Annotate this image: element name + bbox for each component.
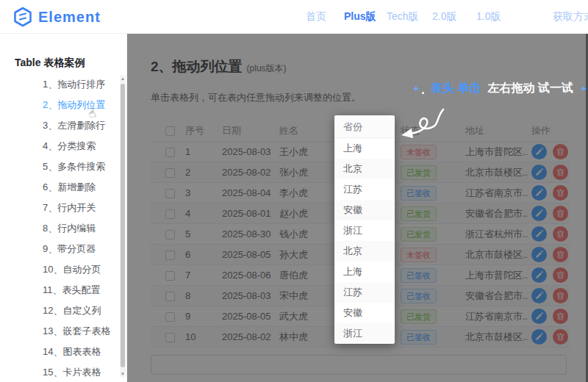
drag-column-cell: 江苏	[334, 179, 395, 200]
nav-item-home[interactable]: 首页	[306, 10, 326, 24]
sidebar-item-4[interactable]: 4、分类搜索	[0, 136, 126, 156]
sidebar-item-8[interactable]: 8、行内编辑	[0, 218, 126, 239]
scroll-down-icon[interactable]: ▼	[120, 371, 126, 377]
drag-column-cell: 上海	[334, 262, 395, 282]
sidebar-item-3[interactable]: 3、左滑删除行	[0, 115, 126, 136]
nav-item-v2[interactable]: 2.0版	[432, 10, 456, 24]
drag-column-card[interactable]: 省份 上海北京江苏安徽浙江北京上海江苏安徽浙江	[334, 115, 395, 344]
logo-text: Element	[38, 9, 101, 26]
drag-column-cell: 上海	[334, 138, 395, 159]
sidebar: Table 表格案例 1、拖动行排序2、拖动列位置3、左滑删除行4、分类搜索5、…	[0, 34, 127, 382]
sidebar-item-6[interactable]: 6、新增删除	[0, 177, 126, 198]
logo-hexagon-icon	[13, 7, 32, 27]
sparkle-icon: ✦	[580, 84, 587, 94]
sidebar-list: 1、拖动行排序2、拖动列位置3、左滑删除行4、分类搜索5、多条件搜索6、新增删除…	[0, 74, 126, 382]
sidebar-item-2[interactable]: 2、拖动列位置	[0, 95, 126, 115]
scrollbar-thumb[interactable]	[121, 84, 125, 367]
sparkle-dot	[422, 92, 424, 94]
app: Element 首页 Plus版 Tech版 2.0版 1.0版 获取方式 Ta…	[0, 0, 588, 382]
drag-column-cell: 安徽	[334, 200, 395, 220]
drag-column-body: 上海北京江苏安徽浙江北京上海江苏安徽浙江	[334, 138, 395, 344]
drag-column-header: 省份	[334, 115, 395, 138]
drag-column-cell: 江苏	[334, 282, 395, 303]
scroll-up-icon[interactable]: ▲	[120, 76, 126, 82]
nav-item-tech[interactable]: Tech版	[387, 10, 419, 24]
hint-highlight: 表头 单击	[431, 81, 481, 96]
sidebar-item-13[interactable]: 13、嵌套子表格	[0, 321, 126, 342]
drag-column-cell: 北京	[334, 159, 395, 179]
nav-item-plus[interactable]: Plus版	[344, 10, 376, 24]
nav-item-v1[interactable]: 1.0版	[476, 10, 501, 24]
sidebar-title: Table 表格案例	[15, 55, 126, 70]
sidebar-item-14[interactable]: 14、图表表格	[0, 342, 126, 362]
swirl-arrow-icon	[398, 107, 448, 141]
logo[interactable]: Element	[13, 7, 101, 27]
sidebar-item-9[interactable]: 9、带分页器	[0, 239, 126, 259]
sidebar-scrollbar: ▲ ▼	[120, 75, 126, 378]
nav-item-get[interactable]: 获取方式	[553, 10, 588, 24]
hint-text: 左右拖动 试一试	[488, 81, 573, 96]
sidebar-item-11[interactable]: 11、表头配置	[0, 280, 126, 300]
sidebar-item-5[interactable]: 5、多条件搜索	[0, 156, 126, 177]
sidebar-item-7[interactable]: 7、行内开关	[0, 198, 126, 218]
top-header: Element 首页 Plus版 Tech版 2.0版 1.0版 获取方式	[0, 0, 588, 34]
sidebar-item-1[interactable]: 1、拖动行排序	[0, 74, 126, 95]
sparkle-icon: ✦	[412, 84, 420, 94]
drag-column-cell: 安徽	[334, 303, 395, 323]
drag-column-cell: 浙江	[334, 323, 395, 344]
sidebar-item-12[interactable]: 12、自定义列	[0, 300, 126, 321]
drag-column-cell: 北京	[334, 241, 395, 262]
drag-column-cell: 浙江	[334, 220, 395, 241]
sidebar-item-10[interactable]: 10、自动分页	[0, 259, 126, 280]
sidebar-item-15[interactable]: 15、卡片表格	[0, 362, 126, 382]
main-content: 2、拖动列位置(plus版本) 单击表格列，可在表内任意拖动列来调整的位置。 序…	[127, 34, 588, 382]
hint-banner: ✦ 表头 单击 左右拖动 试一试 ✦	[412, 81, 587, 96]
